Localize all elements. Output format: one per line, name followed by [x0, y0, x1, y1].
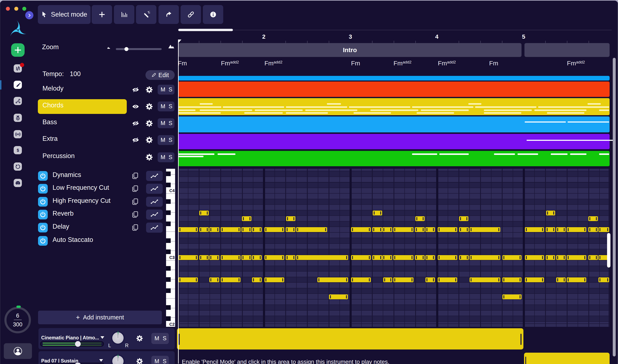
svg-text:$: $ — [17, 148, 19, 152]
